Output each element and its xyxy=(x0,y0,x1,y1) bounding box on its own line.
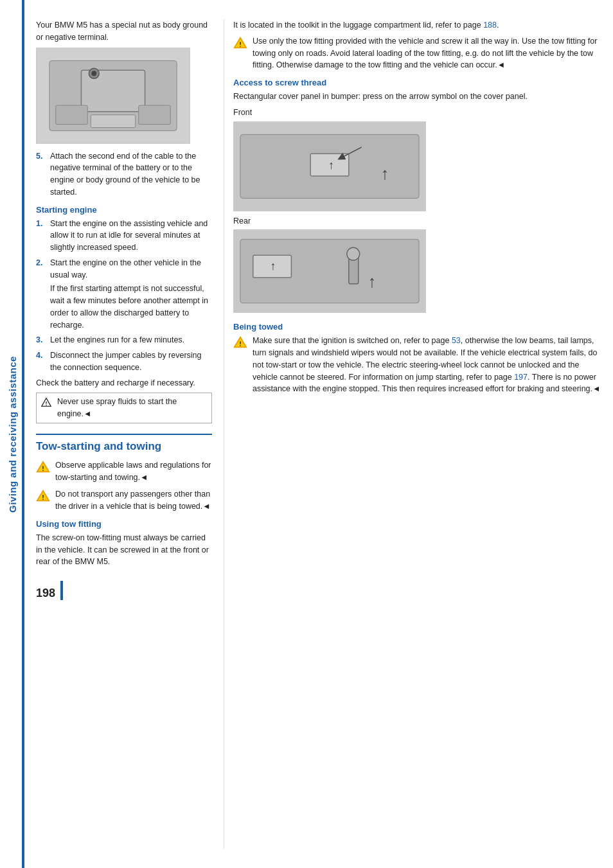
svg-point-10 xyxy=(46,405,47,406)
step5-list: 5. Attach the second end of the cable to… xyxy=(36,150,212,199)
page-bar xyxy=(60,581,63,600)
being-towed-heading: Being towed xyxy=(233,322,601,332)
being-towed-page1-link[interactable]: 53 xyxy=(452,336,461,345)
tow-warning1-text: Observe applicable laws and regulations … xyxy=(55,459,212,484)
tow-main-heading: Tow-starting and towing xyxy=(36,434,212,453)
being-towed-page2-link[interactable]: 197 xyxy=(514,373,528,382)
step2-content: Start the engine on the other vehicle in… xyxy=(50,257,212,332)
rear-label: Rear xyxy=(233,215,601,227)
step5-num: 5. xyxy=(36,150,46,199)
access-heading: Access to screw thread xyxy=(233,78,601,87)
warning-icon-1 xyxy=(36,460,50,474)
tow-warning-right-text: Use only the tow fitting provided with t… xyxy=(253,35,601,71)
tow-location-text-before: It is located in the toolkit in the lugg… xyxy=(233,21,483,30)
right-column: It is located in the toolkit in the lugg… xyxy=(224,19,613,849)
step1: 1. Start the engine on the assisting veh… xyxy=(36,218,212,254)
tow-warning1-box: Observe applicable laws and regulations … xyxy=(36,459,212,484)
check-battery-text: Check the battery and recharge if necess… xyxy=(36,377,212,389)
svg-point-16 xyxy=(42,499,44,500)
svg-point-35 xyxy=(240,345,241,346)
warning-icon-being-towed xyxy=(233,335,247,350)
tow-location-page-link[interactable]: 188 xyxy=(483,21,497,30)
step1-num: 1. xyxy=(36,218,46,254)
svg-rect-7 xyxy=(91,114,135,127)
sidebar-bar xyxy=(22,0,24,868)
step3-text: Let the engines run for a few minutes. xyxy=(50,334,184,346)
sidebar-label: Giving and receiving assistance xyxy=(7,356,18,513)
step4-text: Disconnect the jumper cables by reversin… xyxy=(50,350,212,374)
sidebar: Giving and receiving assistance xyxy=(0,0,24,868)
svg-point-4 xyxy=(91,71,96,76)
being-towed-text: Make sure that the ignition is switched … xyxy=(253,335,601,395)
svg-text:↑: ↑ xyxy=(368,272,377,290)
step3-num: 3. xyxy=(36,334,46,346)
content-wrapper: Your BMW M5 has a special nut as body gr… xyxy=(24,0,613,868)
left-column: Your BMW M5 has a special nut as body gr… xyxy=(24,19,224,849)
step4-num: 4. xyxy=(36,350,46,374)
tow-warning2-text: Do not transport any passengers other th… xyxy=(55,488,212,513)
page-number: 198 xyxy=(36,587,55,600)
being-towed-before: Make sure that the ignition is switched … xyxy=(253,336,452,345)
intro-text: Your BMW M5 has a special nut as body gr… xyxy=(36,19,212,44)
step2: 2. Start the engine on the other vehicle… xyxy=(36,257,212,332)
using-tow-heading: Using tow fitting xyxy=(36,519,212,529)
step5-text: Attach the second end of the cable to th… xyxy=(50,150,212,199)
svg-text:↑: ↑ xyxy=(380,164,389,182)
step3: 3. Let the engines run for a few minutes… xyxy=(36,334,212,346)
front-label: Front xyxy=(233,107,601,119)
step2-num: 2. xyxy=(36,257,46,332)
step2-text: Start the engine on the other vehicle in… xyxy=(50,258,201,279)
svg-rect-6 xyxy=(139,105,171,124)
tow-warning2-box: Do not transport any passengers other th… xyxy=(36,488,212,513)
svg-point-19 xyxy=(240,46,241,47)
step1-text: Start the engine on the assisting vehicl… xyxy=(50,218,212,254)
front-tow-image: ↑ ↑ xyxy=(233,121,426,211)
svg-point-13 xyxy=(42,470,44,471)
being-towed-box: Make sure that the ignition is switched … xyxy=(233,335,601,395)
access-text: Rectangular cover panel in bumper: press… xyxy=(233,91,601,103)
note-icon xyxy=(40,396,52,408)
using-tow-text: The screw-on tow-fitting must always be … xyxy=(36,532,212,568)
page-number-area: 198 xyxy=(36,581,212,600)
svg-text:↑: ↑ xyxy=(271,260,276,272)
rear-tow-image: ↑ ↑ xyxy=(233,229,426,313)
starting-steps: 1. Start the engine on the assisting veh… xyxy=(36,218,212,374)
svg-point-31 xyxy=(347,247,360,260)
note-text: Never use spray fluids to start the engi… xyxy=(57,396,208,420)
svg-text:↑: ↑ xyxy=(328,158,334,171)
starting-engine-heading: Starting engine xyxy=(36,205,212,215)
tow-warning-right-box: Use only the tow fitting provided with t… xyxy=(233,35,601,71)
warning-icon-2 xyxy=(36,489,50,503)
tow-location-text: It is located in the toolkit in the lugg… xyxy=(233,19,601,31)
step4: 4. Disconnect the jumper cables by rever… xyxy=(36,350,212,374)
step2-sub: If the first starting attempt is not suc… xyxy=(50,283,212,331)
warning-icon-right xyxy=(233,36,247,50)
note-box: Never use spray fluids to start the engi… xyxy=(36,393,212,423)
battery-image xyxy=(36,48,190,144)
page-container: Giving and receiving assistance Your BMW… xyxy=(0,0,613,868)
svg-rect-5 xyxy=(56,105,88,124)
